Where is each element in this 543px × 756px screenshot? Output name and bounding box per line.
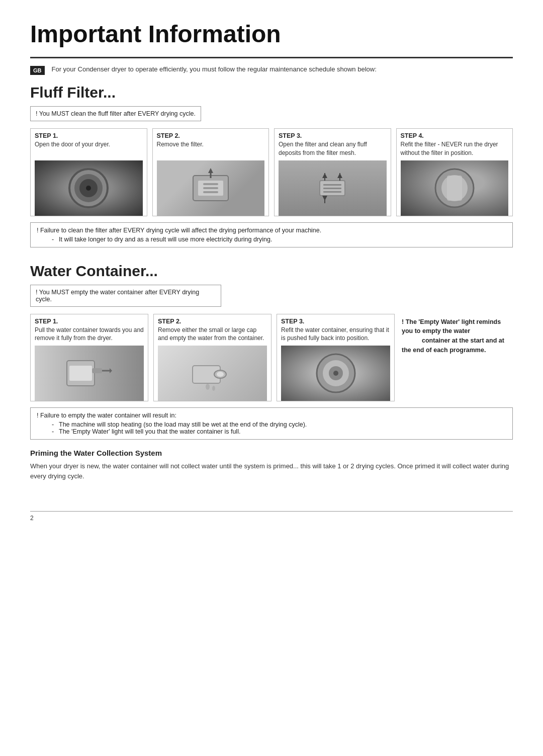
svg-rect-23: [447, 176, 462, 201]
fluff-step2-desc: Remove the filter.: [157, 140, 265, 149]
water-step-2: STEP 2. Remove either the small or large…: [153, 314, 272, 402]
water-failure-box: ! Failure to empty the water container w…: [30, 407, 513, 440]
water-special-note-bold: ! The 'Empty Water' light reminds you to…: [402, 318, 501, 335]
water-special-note-content: ! The 'Empty Water' light reminds you to…: [402, 317, 511, 355]
water-steps-row: STEP 1. Pull the water container towards…: [30, 314, 513, 402]
svg-rect-13: [323, 188, 341, 189]
fluff-filter-title: Fluff Filter...: [30, 84, 513, 101]
svg-rect-10: [203, 191, 218, 193]
priming-text: When your dryer is new, the water contai…: [30, 461, 513, 481]
svg-point-3: [86, 186, 91, 191]
fluff-step3-desc: Open the filter and clean any fluff depo…: [279, 140, 387, 157]
page-container: Important Information GB For your Conden…: [0, 0, 543, 542]
fluff-failure-box: ! Failure to clean the filter after EVER…: [30, 222, 513, 247]
fluff-step4-image: [401, 160, 509, 216]
fluff-failure-text: ! Failure to clean the filter after EVER…: [37, 227, 506, 234]
filter-clean-icon: [312, 165, 352, 211]
svg-rect-9: [203, 187, 218, 189]
priming-section: Priming the Water Collection System When…: [30, 449, 513, 481]
water-failure-item-2: The 'Empty Water' light will tell you th…: [52, 428, 506, 435]
svg-point-37: [333, 371, 338, 376]
intro-row: GB For your Condenser dryer to operate e…: [30, 65, 513, 75]
priming-title: Priming the Water Collection System: [30, 449, 513, 457]
svg-marker-7: [208, 168, 213, 173]
fluff-step3-label: STEP 3.: [279, 132, 387, 139]
fluff-step-3: STEP 3. Open the filter and clean any fl…: [274, 128, 391, 216]
svg-rect-25: [69, 366, 92, 381]
fluff-failure-item-1: It will take longer to dry and as a resu…: [52, 236, 506, 243]
water-step3-image: [281, 346, 390, 401]
page-number: 2: [30, 515, 513, 522]
water-container-title: Water Container...: [30, 263, 513, 280]
fluff-warning-box: ! You MUST clean the fluff filter after …: [30, 106, 201, 121]
water-failure-text: ! Failure to empty the water container w…: [37, 412, 506, 419]
fluff-step3-image: [279, 160, 387, 216]
water-pull-icon: [64, 351, 115, 396]
fluff-step-1: STEP 1. Open the door of your dryer.: [30, 128, 147, 216]
dryer-open-icon: [66, 165, 111, 211]
fluff-step-2: STEP 2. Remove the filter.: [152, 128, 269, 216]
svg-point-31: [217, 372, 224, 377]
water-step1-desc: Pull the water container towards you and…: [35, 326, 144, 343]
water-step3-desc: Refit the water container, ensuring that…: [281, 326, 390, 343]
water-step2-image: [158, 346, 267, 401]
gb-badge: GB: [30, 66, 45, 75]
fluff-warning-text: ! You MUST clean the fluff filter after …: [36, 110, 196, 117]
water-special-note: ! The 'Empty Water' light reminds you to…: [400, 314, 513, 402]
fluff-step2-label: STEP 2.: [157, 132, 265, 139]
water-step3-label: STEP 3.: [281, 318, 390, 325]
svg-rect-8: [203, 183, 218, 185]
svg-rect-12: [323, 184, 341, 186]
water-container-section: Water Container... ! You MUST empty the …: [30, 263, 513, 481]
water-step-1: STEP 1. Pull the water container towards…: [30, 314, 148, 402]
water-step-3: STEP 3. Refit the water container, ensur…: [277, 314, 395, 402]
water-cap-icon: [188, 351, 238, 396]
water-warning-text: ! You MUST empty the water container aft…: [36, 289, 199, 303]
svg-marker-28: [110, 368, 112, 373]
fluff-step1-label: STEP 1.: [35, 132, 143, 139]
water-step1-label: STEP 1.: [35, 318, 144, 325]
svg-point-33: [212, 386, 215, 391]
water-step2-desc: Remove either the small or large cap and…: [158, 326, 267, 343]
water-warning-box: ! You MUST empty the water container aft…: [30, 285, 221, 307]
fluff-step1-image: [35, 160, 143, 216]
svg-point-32: [206, 384, 210, 390]
bottom-rule: [30, 511, 513, 512]
svg-rect-26: [92, 368, 102, 373]
water-failure-item-1: The machine will stop heating (so the lo…: [52, 421, 506, 428]
page-title: Important Information: [30, 20, 513, 48]
water-step1-image: [35, 346, 144, 401]
filter-refit-icon: [432, 165, 477, 211]
water-special-note-rest: container at the start and at the end of…: [402, 337, 504, 354]
filter-remove-icon: [188, 165, 233, 211]
fluff-steps-row: STEP 1. Open the door of your dryer. STE…: [30, 128, 513, 216]
fluff-step1-desc: Open the door of your dryer.: [35, 140, 143, 149]
filter-clean-arrows: [312, 160, 352, 216]
intro-text: For your Condenser dryer to operate effi…: [52, 65, 377, 73]
fluff-step4-label: STEP 4.: [401, 132, 509, 139]
fluff-step4-desc: Refit the filter - NEVER run the dryer w…: [401, 140, 509, 157]
water-refit-icon: [313, 351, 358, 396]
fluff-step-4: STEP 4. Refit the filter - NEVER run the…: [396, 128, 513, 216]
fluff-step2-image: [157, 160, 265, 216]
water-failure-list: The machine will stop heating (so the lo…: [52, 421, 506, 435]
fluff-failure-list: It will take longer to dry and as a resu…: [52, 236, 506, 243]
svg-rect-14: [323, 191, 341, 193]
water-step2-label: STEP 2.: [158, 318, 267, 325]
top-rule: [30, 57, 513, 58]
